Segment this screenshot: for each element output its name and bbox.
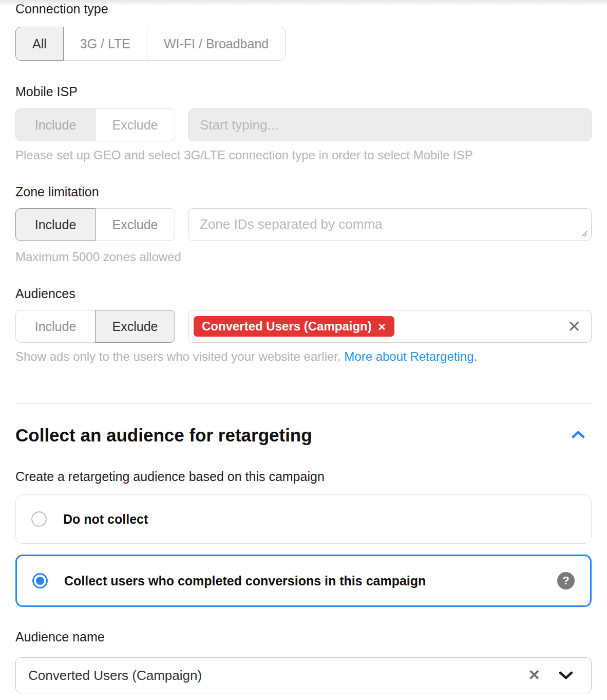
zone-limitation-include-exclude-toggle: Include Exclude [15,208,175,241]
audience-tag-remove-icon[interactable]: ✕ [378,321,386,332]
audiences-include-exclude-toggle: Include Exclude [15,310,175,343]
chevron-down-icon[interactable] [558,670,574,680]
mobile-isp-include-exclude-toggle: Include Exclude [15,108,175,141]
audiences-help-static: Show ads only to the users who visited y… [15,349,344,363]
audiences-select-field[interactable]: Converted Users (Campaign) ✕ ✕ [188,310,592,343]
audiences-row: Include Exclude Converted Users (Campaig… [15,310,592,343]
radio-option-label: Do not collect [63,512,148,527]
mobile-isp-field-wrap [188,108,592,141]
mobile-isp-help-text: Please set up GEO and select 3G/LTE conn… [15,148,592,162]
chevron-up-icon [571,433,585,441]
audience-tag-label: Converted Users (Campaign) [202,319,372,334]
audiences-help-text: Show ads only to the users who visited y… [15,349,592,364]
mobile-isp-exclude-button[interactable]: Exclude [95,108,175,141]
audience-name-select-wrap: ✕ [15,657,592,693]
textarea-resize-handle-icon[interactable] [580,230,587,239]
audiences-include-button[interactable]: Include [15,310,96,343]
radio-unselected-icon[interactable] [31,511,47,527]
help-question-icon[interactable]: ? [557,572,575,590]
zone-ids-field-wrap [188,208,592,243]
zone-limitation-row: Include Exclude [15,208,592,243]
connection-type-segmented-control: All 3G / LTE WI-FI / Broadband [15,27,286,61]
retargeting-section-header: Collect an audience for retargeting [15,423,592,447]
radio-option-label: Collect users who completed conversions … [64,574,426,588]
audiences-exclude-button[interactable]: Exclude [95,310,175,343]
mobile-isp-row: Include Exclude [15,108,592,141]
campaign-targeting-panel: Connection type All 3G / LTE WI-FI / Bro… [0,0,607,693]
mobile-isp-input[interactable] [188,108,592,141]
mobile-isp-label: Mobile ISP [15,84,592,99]
more-about-retargeting-link[interactable]: More about Retargeting. [344,349,477,363]
radio-option-collect-conversions[interactable]: Collect users who completed conversions … [15,555,592,607]
connection-type-wifi-broadband-button[interactable]: WI-FI / Broadband [147,27,286,61]
radio-option-do-not-collect[interactable]: Do not collect [15,494,592,544]
section-divider [15,403,592,404]
zone-limitation-label: Zone limitation [15,184,592,199]
radio-selected-icon[interactable] [32,573,48,588]
retargeting-heading: Collect an audience for retargeting [15,423,312,447]
audiences-clear-icon[interactable]: ✕ [567,319,581,335]
zone-limitation-help-text: Maximum 5000 zones allowed [15,250,592,264]
connection-type-all-button[interactable]: All [15,27,64,61]
zone-limitation-exclude-button[interactable]: Exclude [95,208,175,241]
audience-name-input[interactable] [15,657,592,693]
audience-name-label: Audience name [15,629,592,644]
audiences-label: Audiences [15,286,592,301]
connection-type-3g-lte-button[interactable]: 3G / LTE [63,27,147,61]
collapse-section-button[interactable] [568,427,589,444]
connection-type-label: Connection type [15,1,592,16]
zone-ids-textarea[interactable] [188,208,592,241]
audience-name-clear-icon[interactable]: ✕ [528,668,540,683]
audience-tag: Converted Users (Campaign) ✕ [194,316,394,337]
radio-dot [36,577,44,585]
retargeting-subheading: Create a retargeting audience based on t… [15,469,592,484]
zone-limitation-include-button[interactable]: Include [15,208,96,241]
mobile-isp-include-button[interactable]: Include [15,108,96,141]
